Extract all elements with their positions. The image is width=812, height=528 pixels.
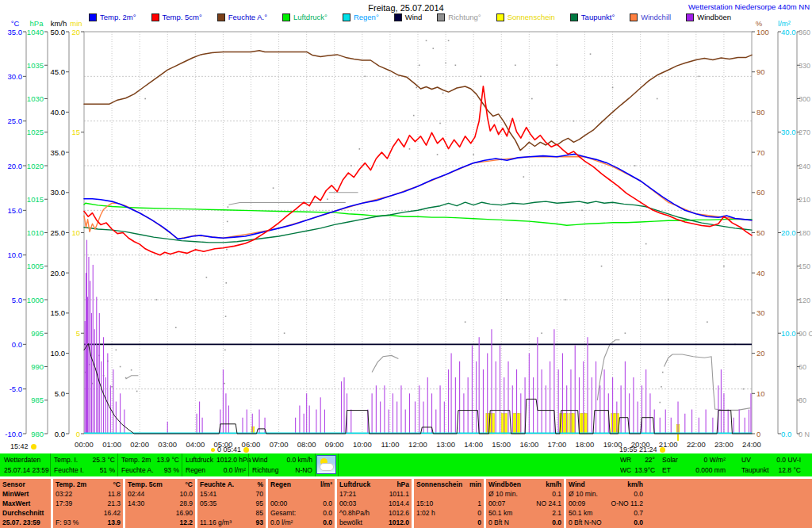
svg-text:300: 300	[799, 95, 810, 103]
svg-text:20: 20	[756, 349, 765, 358]
legend-item-windchill: Windchill	[630, 13, 671, 21]
svg-text:35.0: 35.0	[51, 148, 66, 157]
status-cell-0: Wetterdaten25.07.14 23:59	[2, 454, 50, 476]
status-cell-4: Wind0.0 km/hRichtungN-NO	[250, 454, 315, 476]
table-group-regen: Regenl/m²00:000.0Gesamt:0.00.0 l/m²0.0	[268, 479, 335, 528]
sonnenschein-swatch-icon	[496, 13, 504, 21]
legend-item-temp-5cm: Temp. 5cm°	[151, 13, 202, 21]
status-cell-r1: Solar0 W/m²ET0.000 mm	[660, 454, 728, 476]
svg-text:02:00: 02:00	[130, 440, 149, 449]
legend-label: Temp. 5cm°	[163, 13, 202, 21]
svg-text:50.0: 50.0	[51, 28, 66, 36]
table-group-feuchte-a-: Feuchte A.%15:417005:35958511.16 g/m³93	[197, 479, 266, 528]
svg-text:25.0: 25.0	[51, 228, 66, 237]
table-group-sonnenschein: Sonnenscheinmin15:1011:02 h00	[414, 479, 484, 528]
svg-text:11:00: 11:00	[381, 440, 399, 449]
svg-text:180 S: 180 S	[799, 229, 812, 237]
svg-text:40: 40	[756, 269, 765, 277]
svg-text:10: 10	[71, 228, 80, 237]
svg-text:30: 30	[756, 308, 765, 317]
svg-text:10: 10	[756, 389, 765, 398]
svg-text:20.0: 20.0	[781, 228, 796, 237]
windboeen-swatch-icon	[686, 13, 694, 21]
axis-dir: 360 N330300270 W240210180 S15012090 O603…	[797, 29, 812, 438]
svg-text:240: 240	[799, 163, 810, 170]
chart-plot-area[interactable]	[84, 32, 752, 434]
axis-unit-lm2: l/m²	[778, 19, 791, 28]
svg-text:09:00: 09:00	[325, 440, 344, 449]
legend-item-taupunkt: Taupunkt°	[570, 13, 615, 21]
wind-swatch-icon	[394, 13, 402, 21]
legend-label: Luftdruck°	[293, 13, 327, 21]
legend-label: Sonnenschein	[508, 13, 555, 21]
regen-swatch-icon	[343, 13, 350, 21]
station-name: Wetterstation Niedersorpe 440m NN	[688, 2, 810, 11]
taupunkt-swatch-icon	[570, 13, 578, 21]
axis-kmh: 50.045.040.035.030.025.020.015.010.05.00…	[51, 28, 70, 438]
app-window: 35.030.025.020.015.010.05.00.0-5.0-10.01…	[0, 0, 812, 528]
svg-text:1040: 1040	[27, 28, 44, 36]
richtung-swatch-icon	[437, 13, 445, 21]
sunset-annotation: 19:55 21:24	[619, 446, 665, 453]
svg-text:45.0: 45.0	[51, 67, 66, 76]
status-cell-3: Luftdruck1012.0 hPaRegen0.0 l/m²	[183, 454, 248, 476]
cloud-icon	[320, 463, 334, 471]
svg-text:18:00: 18:00	[576, 440, 595, 449]
svg-text:70: 70	[756, 148, 765, 157]
svg-text:30.0: 30.0	[8, 72, 23, 81]
weather-icon	[316, 455, 336, 474]
svg-text:1015: 1015	[27, 195, 44, 204]
last-sun-time: 15:42	[10, 442, 36, 450]
svg-text:0.0: 0.0	[781, 430, 791, 438]
table-group-luftdruck: LuftdruckhPa17:211011.100:031014.4^0.8hP…	[337, 479, 412, 528]
axis-celsius: 35.030.025.020.015.010.05.00.0-5.0-10.0	[5, 28, 26, 438]
legend-label: Windböen	[697, 13, 731, 21]
axis-minax: 20151050	[71, 28, 84, 438]
svg-text:35.0: 35.0	[8, 28, 23, 36]
chart-area: 35.030.025.020.015.010.05.00.0-5.0-10.01…	[0, 0, 812, 453]
svg-text:1010: 1010	[27, 228, 44, 237]
svg-text:16:00: 16:00	[519, 440, 538, 449]
svg-text:15.0: 15.0	[51, 308, 66, 317]
legend-label: Windchill	[641, 13, 671, 21]
status-separator	[182, 453, 182, 476]
svg-text:14:00: 14:00	[464, 440, 483, 449]
svg-text:210: 210	[799, 196, 810, 204]
svg-text:25.0: 25.0	[8, 117, 23, 125]
legend: Temp. 2m°Temp. 5cm°Feuchte A.°Luftdruck°…	[89, 13, 731, 21]
windchill-swatch-icon	[630, 13, 638, 21]
svg-text:50: 50	[756, 228, 765, 237]
legend-item-temp-2m: Temp. 2m°	[89, 13, 136, 21]
svg-text:1005: 1005	[27, 262, 44, 270]
svg-text:0: 0	[76, 430, 80, 438]
axis-percent: 1009080706050403020100	[752, 28, 769, 438]
svg-text:12:00: 12:00	[408, 440, 427, 449]
svg-text:00:00: 00:00	[75, 440, 94, 449]
axis-unit-hpa: hPa	[30, 19, 44, 28]
svg-text:1000: 1000	[27, 296, 44, 304]
axis-unit-percent: %	[756, 19, 763, 28]
axis-lm2: 40.030.020.010.00.0	[778, 28, 796, 438]
svg-text:30: 30	[799, 396, 806, 404]
svg-text:5.0: 5.0	[55, 389, 65, 398]
legend-item-sonnenschein: Sonnenschein	[496, 13, 555, 21]
table-group-wind: Windkm/hØ 10 min.0.000:09O-NO 11.250.1 k…	[566, 479, 645, 528]
svg-text:0 N: 0 N	[799, 430, 810, 438]
svg-text:90: 90	[756, 67, 765, 76]
status-cell-r2: UV0.0 UV-ITaupunkt12.8 °C	[739, 454, 803, 476]
svg-text:30.0: 30.0	[51, 188, 66, 197]
svg-text:0.0: 0.0	[12, 340, 22, 349]
svg-text:08:00: 08:00	[297, 440, 316, 449]
legend-item-windboeen: Windböen	[686, 13, 731, 21]
svg-text:17:00: 17:00	[548, 440, 567, 449]
sun-icon	[211, 448, 215, 452]
svg-text:-10.0: -10.0	[5, 430, 22, 438]
svg-text:90 O: 90 O	[799, 330, 812, 338]
status-separator	[248, 453, 249, 476]
axis-hpa: 1040103510301025102010151010100510009959…	[27, 28, 48, 438]
svg-text:995: 995	[31, 329, 44, 338]
status-separator	[50, 453, 51, 476]
svg-text:23:00: 23:00	[714, 440, 733, 449]
sun-icon	[31, 444, 36, 450]
sun-icon	[243, 447, 249, 453]
